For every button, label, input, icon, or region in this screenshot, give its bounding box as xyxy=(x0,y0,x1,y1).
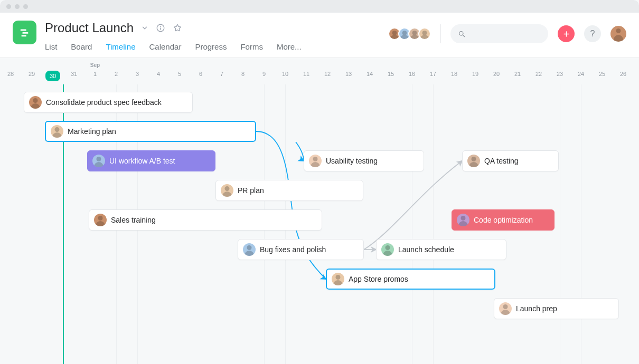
project-star-button[interactable] xyxy=(173,23,182,33)
task-label: Marketing plan xyxy=(68,127,116,136)
day-column: 2 xyxy=(106,58,127,84)
task-card[interactable]: QA testing xyxy=(462,150,559,171)
task-label: UI workflow A/B test xyxy=(109,157,175,165)
day-column: 19 xyxy=(465,58,486,84)
weekend-gridline xyxy=(433,84,434,364)
timeline-glyph-icon xyxy=(19,27,31,39)
svg-rect-0 xyxy=(20,29,26,31)
task-card[interactable]: Marketing plan xyxy=(45,121,256,142)
task-card[interactable]: Code optimization xyxy=(452,209,555,231)
chevron-down-icon xyxy=(141,24,148,32)
task-label: Launch prep xyxy=(516,304,557,313)
member-avatar[interactable] xyxy=(418,27,431,40)
month-label: Sep xyxy=(84,62,106,68)
tab-more[interactable]: More... xyxy=(277,42,302,60)
task-label: Bug fixes and polish xyxy=(260,245,326,254)
weekend-gridline xyxy=(412,84,412,364)
assignee-avatar[interactable] xyxy=(243,243,256,256)
assignee-avatar[interactable] xyxy=(309,155,322,167)
plus-icon xyxy=(562,30,570,38)
member-stack[interactable] xyxy=(391,27,431,40)
add-button[interactable] xyxy=(558,25,575,42)
window-chrome xyxy=(0,0,639,13)
window-close-dot[interactable] xyxy=(6,4,11,9)
task-card[interactable]: Launch prep xyxy=(494,298,619,319)
day-column: 21 xyxy=(507,58,528,84)
day-column: 6 xyxy=(190,58,211,84)
day-column: 23 xyxy=(549,58,570,84)
day-column: 11 xyxy=(296,58,317,84)
task-card[interactable]: PR plan xyxy=(215,180,363,201)
day-column: 16 xyxy=(401,58,422,84)
day-column: 13 xyxy=(338,58,359,84)
tab-forms[interactable]: Forms xyxy=(240,42,263,60)
project-icon[interactable] xyxy=(13,21,36,44)
assignee-avatar[interactable] xyxy=(381,243,394,256)
day-column: 20 xyxy=(486,58,507,84)
task-card[interactable]: Launch schedule xyxy=(376,239,506,260)
day-column: 22 xyxy=(528,58,549,84)
day-column: 3 xyxy=(127,58,148,84)
divider xyxy=(440,24,441,43)
project-dropdown-button[interactable] xyxy=(141,24,148,32)
tab-progress[interactable]: Progress xyxy=(195,42,227,60)
weekend-gridline xyxy=(560,84,560,364)
day-column: 8 xyxy=(232,58,253,84)
assignee-avatar[interactable] xyxy=(332,273,344,285)
assignee-avatar[interactable] xyxy=(467,155,480,167)
task-label: Consolidate product spec feedback xyxy=(46,98,162,107)
svg-rect-5 xyxy=(160,27,161,30)
star-icon xyxy=(173,23,182,33)
view-tabs: ListBoardTimelineCalendarProgressFormsMo… xyxy=(45,42,302,60)
tab-list[interactable]: List xyxy=(45,42,57,60)
assignee-avatar[interactable] xyxy=(29,96,42,109)
task-card[interactable]: Usability testing xyxy=(304,150,424,171)
day-column: 5 xyxy=(169,58,190,84)
tab-calendar[interactable]: Calendar xyxy=(149,42,182,60)
day-column: 14 xyxy=(359,58,380,84)
day-column: 4 xyxy=(148,58,169,84)
task-label: App Store promos xyxy=(349,275,408,283)
day-column: Sep1 xyxy=(84,58,106,84)
header-right: ? xyxy=(391,24,626,43)
user-avatar[interactable] xyxy=(610,26,626,42)
day-column: 18 xyxy=(444,58,465,84)
assignee-avatar[interactable] xyxy=(499,302,512,315)
date-ruler: 28293031Sep12345678910111213141516171819… xyxy=(0,58,639,84)
search-icon xyxy=(458,30,466,38)
assignee-avatar[interactable] xyxy=(221,184,233,197)
svg-point-6 xyxy=(459,31,464,35)
task-card[interactable]: Sales training xyxy=(89,209,322,231)
task-label: Code optimization xyxy=(474,216,533,224)
assignee-avatar[interactable] xyxy=(51,125,63,138)
assignee-avatar[interactable] xyxy=(92,155,105,167)
assignee-avatar[interactable] xyxy=(94,214,107,226)
title-block: Product Launch ListBoardTimelineCalendar… xyxy=(45,19,302,60)
day-column: 12 xyxy=(317,58,338,84)
search-input[interactable] xyxy=(450,24,548,43)
day-column: 15 xyxy=(380,58,401,84)
window-min-dot[interactable] xyxy=(15,4,20,9)
task-card[interactable]: UI workflow A/B test xyxy=(87,150,215,171)
tab-board[interactable]: Board xyxy=(71,42,92,60)
task-card[interactable]: App Store promos xyxy=(326,269,495,290)
assignee-avatar[interactable] xyxy=(457,214,469,226)
day-column: 17 xyxy=(422,58,444,84)
task-label: Launch schedule xyxy=(398,245,454,254)
task-card[interactable]: Consolidate product spec feedback xyxy=(24,92,193,113)
task-label: PR plan xyxy=(238,186,264,195)
timeline-canvas[interactable]: Consolidate product spec feedbackMarketi… xyxy=(0,84,639,364)
task-label: QA testing xyxy=(484,157,519,165)
svg-rect-1 xyxy=(22,32,28,34)
window-max-dot[interactable] xyxy=(23,4,28,9)
day-column: 25 xyxy=(591,58,613,84)
day-column: 26 xyxy=(613,58,634,84)
project-info-button[interactable] xyxy=(156,23,165,33)
task-card[interactable]: Bug fixes and polish xyxy=(238,239,364,260)
task-label: Usability testing xyxy=(326,157,378,165)
help-button[interactable]: ? xyxy=(584,25,601,42)
tab-timeline[interactable]: Timeline xyxy=(106,42,135,60)
svg-rect-2 xyxy=(21,35,26,36)
title-row: Product Launch xyxy=(45,19,302,37)
project-title: Product Launch xyxy=(45,21,134,35)
